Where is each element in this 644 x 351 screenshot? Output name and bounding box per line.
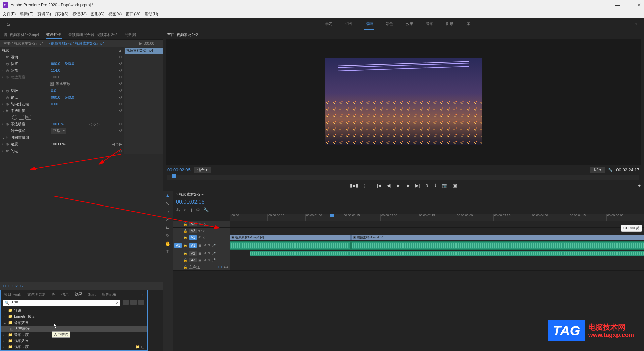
tab-project[interactable]: 项目: work [4,292,21,297]
source-a1[interactable]: A1 [174,243,182,248]
tab-markers[interactable]: 标记 [88,292,96,297]
workspace-effects[interactable]: 效果 [405,19,415,30]
voice-icon[interactable]: 🎤 [212,244,216,247]
step-forward-icon[interactable]: |▶ [406,183,410,188]
lock-icon[interactable]: 🔒 [183,222,187,226]
reset-icon[interactable]: ↺ [119,122,122,126]
playhead-icon[interactable] [172,174,176,178]
menu-clip[interactable]: 剪辑(C) [37,11,51,17]
master-track[interactable]: 主声道 [189,265,200,270]
fx-time-remap[interactable]: 时间重映射 [11,135,51,140]
tab-metadata[interactable]: 元数据 [124,31,137,39]
go-to-out-icon[interactable]: ▶| [415,183,420,188]
timeline-ruler[interactable]: :00:0000:00:00:1500:00:01:0000:00:01:150… [230,214,644,221]
tabs-overflow-icon[interactable]: » [142,293,144,297]
tab-effect-controls[interactable]: 效果控件 [46,31,62,39]
master-level[interactable]: 0.0 [217,265,222,269]
mark-in-icon[interactable]: { [363,183,365,188]
antiflicker-value[interactable]: 0.00 [51,102,58,106]
track-a3[interactable]: A3 [189,258,197,262]
eye-icon[interactable]: 👁 [198,222,202,226]
pen-tool-icon[interactable]: ✎ [166,233,170,238]
reset-icon[interactable]: ↺ [119,95,122,100]
new-bin-icon[interactable]: 📁 ▢ [135,345,144,349]
menu-view[interactable]: 视图(V) [108,11,122,17]
track-a1[interactable]: A1 [189,243,197,248]
fx-item-voice-enhance[interactable]: ◫人声增强 [1,326,147,332]
program-timecode[interactable]: 00:00:02:05 [167,167,191,172]
audio-clip[interactable] [351,241,644,250]
program-scrubber[interactable] [167,175,639,180]
reset-icon[interactable]: ↺ [119,109,122,113]
tab-media-browser[interactable]: 媒体浏览器 [27,292,46,297]
workspace-learn[interactable]: 学习 [324,19,334,30]
reset-icon[interactable]: ↺ [119,75,122,79]
blend-mode-select[interactable]: 正常 [51,128,66,134]
mute-button[interactable]: M [203,244,206,247]
track-select-tool-icon[interactable]: ⤡ [166,201,170,206]
fx-folder-lumetri[interactable]: ›📁Lumetri 预设 [1,313,147,319]
mask-pen-icon[interactable]: ✎ [25,115,31,120]
comparison-icon[interactable]: ▣ [453,183,457,188]
fx-folder-audio-transitions[interactable]: ›📁音频过渡 [1,332,147,338]
audio-clip[interactable] [250,251,644,256]
eye-icon[interactable]: 👁 [198,236,202,239]
track-a2[interactable]: A2 [189,251,197,256]
menu-graphics[interactable]: 图形(G) [91,11,104,17]
settings-icon[interactable]: ⚙ [196,207,200,212]
program-monitor[interactable] [166,39,641,165]
selection-tool-icon[interactable]: ▲ [165,193,170,198]
fx-badge-icon[interactable] [123,300,129,305]
tab-library[interactable]: 库 [52,292,55,297]
hand-tool-icon[interactable]: ✋ [165,241,171,246]
mute-button[interactable]: M [203,258,206,262]
timeline-timecode[interactable]: 00:00:02:05 [173,198,644,206]
audio-clip[interactable] [230,241,351,250]
home-icon[interactable]: ⌂ [7,21,10,27]
type-tool-icon[interactable]: T [166,249,169,254]
scale-value[interactable]: 114.0 [51,68,60,72]
tab-effects[interactable]: 效果 [75,292,82,297]
solo-button[interactable]: S [208,244,210,247]
eye-icon[interactable]: 👁 [198,229,202,233]
fx-folder-audio-effects[interactable]: ⌄📁音频效果 [1,319,147,326]
ec-timecode[interactable]: 00:00:02:05 [3,284,23,288]
solo-button[interactable]: S [208,258,210,262]
effects-search-box[interactable]: 🔍 ✕ [3,300,120,306]
ripple-tool-icon[interactable]: ↔ [165,209,170,214]
workspace-audio[interactable]: 音频 [425,19,435,30]
ec-mini-timeline[interactable]: 视频素材2~2.mp4 [124,47,163,154]
tab-history[interactable]: 历史记录 [102,292,116,297]
fx-opacity[interactable]: 不透明度 [11,108,51,113]
fx-badge-icon[interactable] [130,300,137,305]
fx-folder-video-transitions[interactable]: ›📁视频过渡 [1,344,147,350]
track-v1[interactable]: V1 [189,235,197,240]
wrench-icon[interactable]: 🔧 [203,207,209,212]
workspace-assembly[interactable]: 组件 [344,19,354,30]
menu-help[interactable]: 帮助(H) [145,11,158,17]
speed-value[interactable]: 100.00% [51,142,65,146]
reset-icon[interactable]: ↺ [119,55,122,59]
sequence-name[interactable]: 视频素材2~2 [179,192,200,196]
reset-icon[interactable]: ↺ [119,62,122,66]
marker-icon[interactable]: ▮ [190,207,193,212]
lock-icon[interactable]: 🔒 [183,229,187,233]
lift-icon[interactable]: ⇪ [425,183,429,188]
lock-icon[interactable]: 🔒 [183,265,187,269]
workspace-editing[interactable]: 编辑 [364,19,374,30]
workspace-color[interactable]: 颜色 [384,19,394,30]
workspace-graphics[interactable]: 图形 [445,19,455,30]
reset-icon[interactable]: ↺ [119,102,122,106]
slip-tool-icon[interactable]: ⇆ [166,225,170,230]
track-v3[interactable]: V3 [189,222,197,226]
track-v2[interactable]: V2 [189,229,197,233]
tab-audio-mixer[interactable]: 音频剪辑混合器: 视频素材2~2 [68,31,118,39]
mute-button[interactable]: M [203,252,206,255]
fx-motion[interactable]: 运动 [11,55,51,60]
maximize-button[interactable]: ▢ [626,2,631,8]
zoom-dropdown[interactable]: 1/2 ▾ [590,167,605,173]
reset-icon[interactable]: ↺ [119,68,122,73]
lock-icon[interactable]: 🔒 [183,244,187,247]
position-x[interactable]: 960.0 [51,62,60,66]
lock-icon[interactable]: 🔒 [183,258,187,262]
